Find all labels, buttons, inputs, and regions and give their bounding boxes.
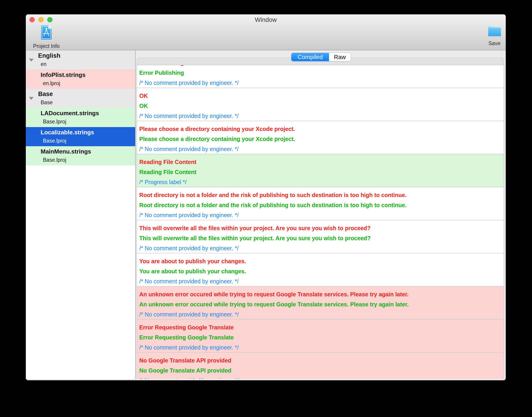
entry-row[interactable]: Reading File Content Reading File Conten… [137, 154, 504, 187]
entry-value: Error Publishing [139, 68, 501, 78]
entry-row[interactable]: You are about to publish your changes. Y… [137, 253, 504, 287]
app-window: Window [26, 14, 506, 380]
entry-row[interactable]: An unknown error occured while trying to… [137, 287, 504, 320]
entry-value: No Google Translate API provided [139, 365, 501, 375]
sidebar-item-title: Localizable.strings [41, 129, 94, 136]
entry-row[interactable]: This will overwrite all the files within… [137, 220, 504, 253]
sidebar-item-subtitle: Base.lproj [43, 119, 66, 125]
entry-value: An unknown error occured while trying to… [139, 299, 501, 309]
entry-key: Error Requesting Google Translate [139, 322, 501, 332]
entry-value: This will overwrite all the files within… [139, 233, 501, 243]
entry-comment: /* Progress label */ [139, 177, 501, 187]
entry-row[interactable]: No Google Translate API provided No Goog… [137, 353, 504, 379]
entry-row[interactable]: Root directory is not a folder and the r… [137, 187, 504, 220]
sidebar-item-title: English [38, 52, 61, 59]
sidebar-item-subtitle: en.lproj [43, 80, 60, 86]
view-mode-segmented-control: Compiled Raw [291, 53, 351, 61]
entry-comment: /* No comment provided by engineer. */ [139, 243, 501, 253]
entry-row[interactable]: Please choose a directory containing you… [137, 121, 504, 154]
entry-value: OK [139, 101, 501, 111]
entry-key: No Google Translate API provided [139, 355, 501, 365]
sidebar-item-subtitle: Base [41, 99, 53, 106]
entry-comment: /* No comment provided by engineer. */ [139, 276, 501, 286]
tab-raw[interactable]: Raw [329, 53, 351, 61]
project-info-button[interactable]: Project Info [29, 25, 64, 49]
entry-comment: /* No comment provided by engineer. */ [139, 210, 501, 220]
entry-row[interactable]: Error Requesting Google Translate Error … [137, 320, 504, 353]
entry-key: OK [139, 91, 501, 101]
entry-row[interactable]: Error Publishing Error Publishing /* No … [137, 65, 504, 88]
entry-row[interactable]: OK OK /* No comment provided by engineer… [137, 88, 504, 121]
entry-comment: /* No comment provided by engineer. */ [139, 309, 501, 319]
entry-key: Root directory is not a folder and the r… [139, 190, 501, 200]
sidebar-item-base[interactable]: Base Base [26, 89, 135, 108]
strings-table[interactable]: Error Publishing Error Publishing /* No … [137, 65, 504, 379]
window-title: Window [26, 16, 506, 23]
entry-key: This will overwrite all the files within… [139, 223, 501, 233]
entry-comment: /* No comment provided by engineer. */ [139, 144, 501, 154]
save-label: Save [480, 40, 506, 47]
sidebar-item-title: MainMenu.strings [41, 148, 91, 155]
project-info-label: Project Info [29, 43, 64, 49]
sidebar-item-title: InfoPlist.strings [41, 71, 85, 78]
tab-compiled[interactable]: Compiled [291, 53, 329, 61]
sidebar-item-localizable-strings[interactable]: Localizable.strings Base.lproj [26, 127, 135, 146]
entry-value: Root directory is not a folder and the r… [139, 200, 501, 210]
save-button[interactable]: Save [480, 25, 506, 47]
project-info-icon [41, 25, 52, 40]
sidebar-item-title: LADocument.strings [41, 110, 99, 117]
entry-key: You are about to publish your changes. [139, 256, 501, 266]
entry-key: An unknown error occured while trying to… [139, 289, 501, 299]
entry-comment: /* No comment provided by engineer. */ [139, 375, 501, 379]
entry-value: You are about to publish your changes. [139, 266, 501, 276]
titlebar-toolbar: Window [26, 14, 506, 50]
main-content: Compiled Raw Error Publishing Error Publ… [136, 50, 506, 380]
sidebar-item-subtitle: en [41, 61, 47, 67]
entry-value: Error Requesting Google Translate [139, 332, 501, 342]
sidebar-item-mainmenu-strings[interactable]: MainMenu.strings Base.lproj [26, 146, 135, 165]
sidebar-item-subtitle: Base.lproj [43, 138, 66, 144]
sidebar-item-infoplist-strings[interactable]: InfoPlist.strings en.lproj [26, 70, 135, 89]
save-folder-icon [488, 25, 501, 38]
sidebar-item-title: Base [38, 91, 53, 98]
entry-comment: /* No comment provided by engineer. */ [139, 111, 501, 121]
entry-comment: /* No comment provided by engineer. */ [139, 78, 501, 88]
entry-key: Reading File Content [139, 157, 501, 167]
entry-value: Reading File Content [139, 167, 501, 177]
sidebar-item-english[interactable]: English en [26, 50, 135, 70]
entry-value: Please choose a directory containing you… [139, 134, 501, 144]
entry-key: Error Publishing [139, 65, 501, 68]
entry-comment: /* No comment provided by engineer. */ [139, 342, 501, 353]
disclosure-triangle-icon[interactable] [29, 97, 33, 100]
entry-key: Please choose a directory containing you… [139, 124, 501, 134]
sidebar-item-ladocument-strings[interactable]: LADocument.strings Base.lproj [26, 108, 135, 127]
disclosure-triangle-icon[interactable] [29, 59, 33, 62]
sidebar-item-subtitle: Base.lproj [43, 157, 66, 163]
file-sidebar: English en InfoPlist.strings en.lproj Ba… [26, 50, 136, 379]
